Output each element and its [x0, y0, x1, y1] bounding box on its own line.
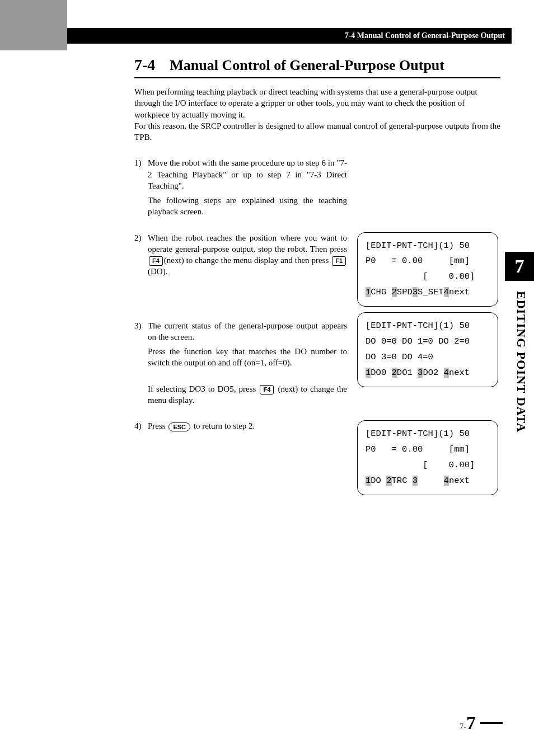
page-footer: 7- 7 [460, 712, 503, 734]
t3-key3: 3 [413, 476, 418, 486]
footer-prefix: 7- [460, 722, 466, 731]
t3-m2: TRC [392, 476, 413, 486]
t3-m4: next [449, 476, 470, 486]
step-3-text-2: Press the function key that matches the … [148, 346, 347, 369]
step-1: 1) Move the robot with the same procedur… [134, 157, 500, 220]
step-1-text-1: Move the robot with the same procedure u… [148, 157, 347, 191]
t1-key2: 2 [392, 287, 397, 297]
footer-line-icon [480, 722, 503, 724]
footer-page: 7 [466, 712, 476, 734]
step-4-fragment-b: to return to step 2. [191, 421, 255, 430]
t1-m1: CHG [371, 287, 391, 297]
step-3-fragment-a: If selecting DO3 to DO5, press [148, 384, 259, 393]
t3-key1: 1 [366, 476, 371, 486]
step-2-fragment-b: (next) to change the menu display and th… [164, 256, 331, 265]
header-breadcrumb: 7-4 Manual Control of General-Purpose Ou… [345, 31, 505, 40]
t1-line1: [EDIT-PNT-TCH](1) 50 [366, 241, 470, 251]
key-f1: F1 [332, 256, 346, 265]
key-f4-b: F4 [260, 385, 274, 394]
left-margin-block [0, 0, 67, 50]
step-3-text-1: The current status of the general-purpos… [148, 320, 347, 343]
t3-line2: P0 = 0.00 [mm] [366, 444, 470, 454]
t3-m3 [418, 476, 444, 486]
t3-line3: [ 0.00] [366, 460, 475, 470]
section-title: Manual Control of General-Purpose Output [170, 57, 444, 74]
chapter-number: 7 [515, 256, 524, 277]
t3-key2: 2 [386, 476, 391, 486]
step-3: 3) The current status of the general-pur… [134, 320, 500, 410]
step-3-text-3: If selecting DO3 to DO5, press F4 (next)… [148, 383, 347, 406]
terminal-screen-3: [EDIT-PNT-TCH](1) 50 P0 = 0.00 [mm] [ 0.… [357, 420, 498, 495]
chapter-label: EDITING POINT DATA [514, 291, 528, 433]
chapter-tab: 7 [505, 252, 534, 281]
step-3-number: 3) [134, 320, 148, 410]
t3-key4: 4 [444, 476, 449, 486]
step-4-text: Press ESC to return to step 2. [148, 420, 347, 431]
header-bar: 7-4 Manual Control of General-Purpose Ou… [67, 28, 512, 44]
step-4-fragment-a: Press [148, 421, 167, 430]
t3-line1: [EDIT-PNT-TCH](1) 50 [366, 429, 470, 439]
terminal-screen-1: [EDIT-PNT-TCH](1) 50 P0 = 0.00 [mm] [ 0.… [357, 232, 498, 307]
step-2-fragment-c: (DO). [148, 267, 167, 276]
step-4: 4) Press ESC to return to step 2. [EDIT-… [134, 420, 500, 501]
t1-key1: 1 [366, 287, 371, 297]
intro-paragraph-1: When performing teaching playback or dir… [134, 86, 500, 120]
t1-line3: [ 0.00] [366, 271, 475, 281]
section-heading: 7-4 Manual Control of General-Purpose Ou… [134, 56, 500, 78]
intro-text: When performing teaching playback or dir… [134, 86, 500, 143]
t3-m1: DO [371, 476, 386, 486]
t1-m3: S_SET [418, 287, 444, 297]
section-number: 7-4 [134, 56, 155, 74]
main-content: 7-4 Manual Control of General-Purpose Ou… [134, 56, 500, 512]
step-2-text: When the robot reaches the position wher… [148, 232, 347, 278]
step-1-text-2: The following steps are explained using … [148, 195, 347, 218]
t1-key3: 3 [413, 287, 418, 297]
step-1-number: 1) [134, 157, 148, 220]
t1-key4: 4 [444, 287, 449, 297]
key-f4: F4 [149, 256, 163, 265]
t1-m2: SPD [397, 287, 413, 297]
step-4-number: 4) [134, 420, 148, 501]
key-esc: ESC [168, 422, 190, 431]
intro-paragraph-2: For this reason, the SRCP controller is … [134, 120, 500, 143]
step-2-fragment-a: When the robot reaches the position wher… [148, 233, 347, 253]
t1-line2: P0 = 0.00 [mm] [366, 256, 470, 266]
t1-m4: next [449, 287, 470, 297]
